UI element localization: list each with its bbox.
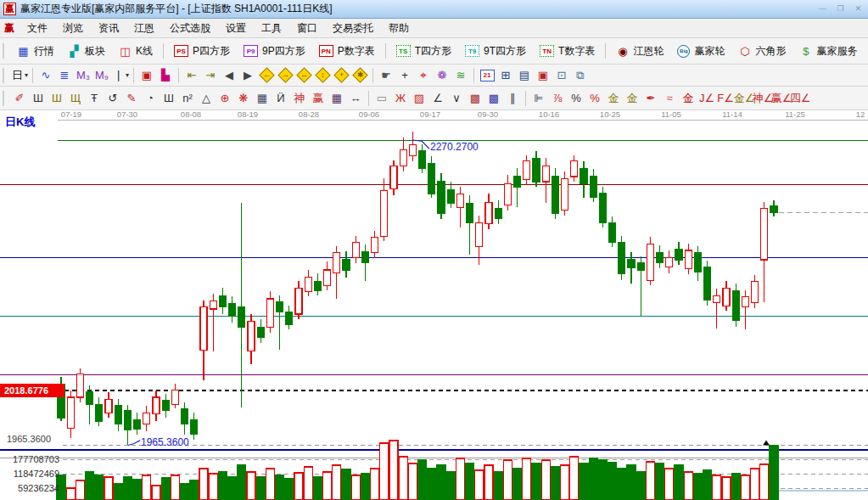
p-table-button[interactable]: PNP数字表 [312, 44, 382, 59]
save-disk-icon[interactable]: ▣ [534, 67, 552, 84]
cycle-clock-icon[interactable]: ◔ [141, 90, 160, 107]
dense-grid2-icon[interactable]: ▩ [484, 90, 503, 107]
last-page-icon[interactable]: ⇥ [201, 67, 220, 84]
menu-item-8[interactable]: 交易委托 [325, 19, 381, 38]
pc-clock-icon[interactable]: ⊡ [552, 67, 571, 84]
menu-item-5[interactable]: 设置 [218, 19, 254, 38]
pc-pair-icon[interactable]: ⧉ [571, 67, 590, 84]
t-table-button[interactable]: TNT数字表 [533, 44, 602, 59]
gann-comb-icon[interactable]: Ш [29, 90, 48, 107]
sectors-button[interactable]: ▞板块 [61, 44, 112, 59]
kline-chart-canvas[interactable]: 07-1907-3008-0808-1908-2809-0609-1709-30… [0, 110, 868, 500]
menu-item-1[interactable]: 浏览 [55, 19, 91, 38]
volume-bar [646, 462, 654, 500]
ying-angle-icon[interactable]: 赢∠ [772, 90, 791, 107]
menu-item-3[interactable]: 江恩 [126, 19, 162, 38]
brush-icon[interactable]: ✎ [122, 90, 141, 107]
grid-123-icon[interactable]: ▦ [328, 90, 346, 107]
fan-grid-icon[interactable]: ▨ [410, 90, 428, 107]
expand-x-icon[interactable]: → [276, 67, 294, 84]
gann-wheel-button[interactable]: ◉江恩轮 [609, 44, 670, 59]
nine-p-square-button[interactable]: P99P四方形 [237, 44, 312, 59]
info-doc-icon[interactable]: ≣ [55, 67, 74, 84]
close-button[interactable]: ✕ [852, 3, 865, 14]
fan-icon[interactable]: Ж [391, 90, 410, 107]
winner-service-button[interactable]: $赢家服务 [792, 44, 864, 59]
p-square-button[interactable]: PSP四方形 [167, 44, 237, 59]
zoom-reset-icon[interactable]: ✱ [350, 67, 369, 84]
parallel-icon[interactable]: ∥ [503, 90, 522, 107]
comb2-icon[interactable]: Ш [160, 90, 178, 107]
ying-tool-icon[interactable]: 赢 [309, 90, 328, 107]
first-page-icon[interactable]: ⇤ [182, 67, 201, 84]
winner-wheel-button[interactable]: Big赢家轮 [670, 44, 731, 59]
flag-icon[interactable]: △ [197, 90, 216, 107]
kline-button[interactable]: ◫K线 [112, 44, 160, 59]
ruler-123-icon[interactable]: ⊫ [529, 90, 548, 107]
span-arrow-icon[interactable]: ↔ [346, 90, 365, 107]
circle-cross-icon[interactable]: ⊕ [216, 90, 234, 107]
minimize-button[interactable]: — [816, 3, 829, 14]
menu-item-7[interactable]: 窗口 [289, 19, 325, 38]
angle-icon[interactable]: ∠ [428, 90, 447, 107]
menu-item-0[interactable]: 文件 [20, 19, 55, 38]
bars-9-icon[interactable]: M₉ [92, 67, 111, 84]
ink-pen-icon[interactable]: ✒ [641, 90, 660, 107]
gann-mark-icon[interactable]: ❁ [433, 67, 451, 84]
pct7-icon[interactable]: ⅞ [548, 90, 567, 107]
prev-page-icon[interactable]: ◀ [220, 67, 238, 84]
zigzag-icon[interactable]: ∿ [36, 67, 55, 84]
star-icon[interactable]: ❋ [234, 90, 253, 107]
calculator-icon[interactable]: ⊞ [496, 67, 515, 84]
pattern-box-icon[interactable]: ▣ [137, 67, 156, 84]
zoom-all-icon[interactable]: + [332, 67, 350, 84]
next-page-icon[interactable]: ▶ [238, 67, 257, 84]
curve-tool-icon[interactable]: ≋ [451, 67, 470, 84]
n-squared-icon[interactable]: n² [178, 90, 197, 107]
pointer-tag-icon[interactable]: ⌖ [414, 67, 433, 84]
shrink-x-icon[interactable]: ← [257, 67, 276, 84]
percent-line-icon[interactable]: % [585, 90, 604, 107]
nine-t-square-button[interactable]: T99T四方形 [458, 44, 533, 59]
f-tool-icon[interactable]: Ŧ [85, 90, 104, 107]
percent-icon[interactable]: % [567, 90, 585, 107]
calendar-icon[interactable]: 21 [478, 67, 496, 84]
period-day-dropdown[interactable]: 日▾ [10, 67, 29, 84]
f-angle-icon[interactable]: F∠ [716, 90, 735, 107]
shen-angle-icon[interactable]: 神∠ [753, 90, 772, 107]
grid-icon[interactable]: ▦ [253, 90, 272, 107]
wave-icon[interactable]: ≈ [660, 90, 679, 107]
menu-item-9[interactable]: 帮助 [381, 19, 417, 38]
frame-icon[interactable]: ▭ [372, 90, 391, 107]
gold-line-icon[interactable]: 金 [679, 90, 697, 107]
menu-item-4[interactable]: 公式选股 [162, 19, 218, 38]
bars-3-icon[interactable]: M₃ [74, 67, 92, 84]
chart-area[interactable]: 07-1907-3008-0808-1908-2809-0609-1709-30… [0, 110, 868, 500]
thin-candle-dropdown[interactable]: ∣▾ [111, 67, 130, 84]
gold-rail-icon[interactable]: 金 [623, 90, 641, 107]
gold-comb-icon[interactable]: Ш [48, 90, 66, 107]
zoom-x-icon[interactable]: ↔ [294, 67, 313, 84]
zoom-y-icon[interactable]: ↕ [313, 67, 332, 84]
t-square-button[interactable]: TST四方形 [389, 44, 458, 59]
dense-grid-icon[interactable]: ▩ [466, 90, 484, 107]
gold-comb2-icon[interactable]: Щ [66, 90, 85, 107]
gold-angle-icon[interactable]: 金∠ [735, 90, 753, 107]
vee-icon[interactable]: ∨ [447, 90, 466, 107]
k-mark-icon[interactable]: Ӥ [272, 90, 290, 107]
menu-item-2[interactable]: 资讯 [91, 19, 126, 38]
quotes-button[interactable]: ▦行情 [10, 44, 61, 59]
histogram-icon[interactable]: ▙ [156, 67, 175, 84]
maximize-button[interactable]: ❐ [834, 3, 847, 14]
pen-icon[interactable]: ✐ [10, 90, 29, 107]
j-angle-icon[interactable]: J∠ [697, 90, 716, 107]
spiral-icon[interactable]: ↺ [104, 90, 122, 107]
hexagon-button[interactable]: ⬡六角形 [731, 44, 792, 59]
si-angle-icon[interactable]: 四∠ [791, 90, 809, 107]
shen-tool-icon[interactable]: 神 [290, 90, 309, 107]
crosshair-icon[interactable]: + [395, 67, 414, 84]
hand-icon[interactable]: ☛ [377, 67, 395, 84]
menu-item-6[interactable]: 工具 [254, 19, 289, 38]
notepad-icon[interactable]: ▤ [515, 67, 534, 84]
gold-circle-icon[interactable]: 金 [604, 90, 623, 107]
